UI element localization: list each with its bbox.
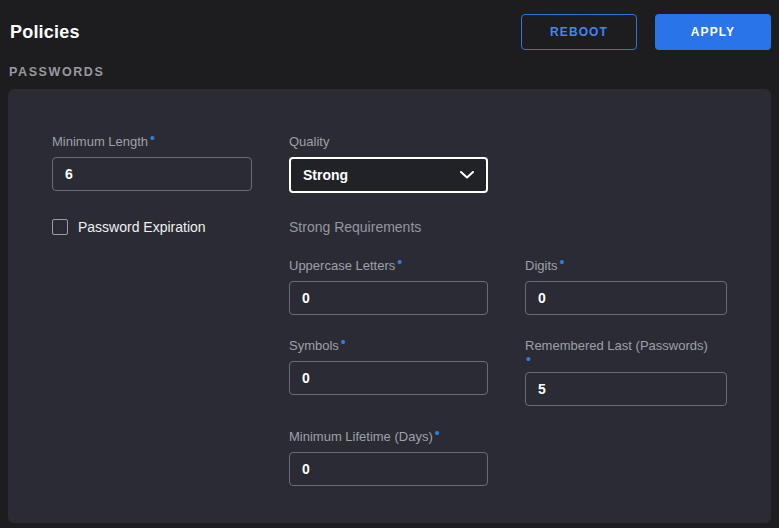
minimum-length-label: Minimum Length• xyxy=(52,134,252,149)
digits-input[interactable] xyxy=(525,281,727,315)
minimum-length-input[interactable] xyxy=(52,157,252,191)
field-minimum-lifetime: Minimum Lifetime (Days)• xyxy=(289,429,488,486)
required-indicator: • xyxy=(526,355,727,364)
passwords-panel: Minimum Length• Quality Strong Password … xyxy=(8,89,771,523)
required-indicator: • xyxy=(435,428,440,438)
quality-select[interactable]: Strong xyxy=(289,157,488,193)
minimum-lifetime-input[interactable] xyxy=(289,452,488,486)
quality-selected-value: Strong xyxy=(303,167,348,183)
digits-label: Digits• xyxy=(525,258,727,273)
passwords-section-label: PASSWORDS xyxy=(0,50,779,79)
password-expiration-checkbox[interactable] xyxy=(52,219,68,235)
required-indicator: • xyxy=(397,257,402,267)
remembered-last-input[interactable] xyxy=(525,372,727,406)
symbols-input[interactable] xyxy=(289,361,488,395)
password-expiration-label: Password Expiration xyxy=(78,219,206,235)
required-indicator: • xyxy=(560,257,565,267)
strong-requirements-heading: Strong Requirements xyxy=(289,219,488,235)
remembered-last-label: Remembered Last (Passwords)• xyxy=(525,338,727,364)
symbols-label: Symbols• xyxy=(289,338,488,353)
minimum-lifetime-label: Minimum Lifetime (Days)• xyxy=(289,429,488,444)
required-indicator: • xyxy=(341,337,346,347)
chevron-down-icon xyxy=(460,171,474,179)
page-title: Policies xyxy=(10,22,521,43)
field-digits: Digits• xyxy=(525,258,727,315)
apply-button[interactable]: APPLY xyxy=(655,14,771,50)
quality-label: Quality xyxy=(289,134,488,149)
uppercase-letters-label: Uppercase Letters• xyxy=(289,258,488,273)
passwords-form: Minimum Length• Quality Strong Password … xyxy=(52,134,771,486)
required-indicator: • xyxy=(150,133,155,143)
reboot-button[interactable]: REBOOT xyxy=(521,14,637,50)
password-expiration-row[interactable]: Password Expiration xyxy=(52,219,252,235)
field-quality: Quality Strong xyxy=(289,134,488,193)
field-symbols: Symbols• xyxy=(289,338,488,395)
field-remembered-last: Remembered Last (Passwords)• xyxy=(525,338,727,406)
field-uppercase-letters: Uppercase Letters• xyxy=(289,258,488,315)
uppercase-letters-input[interactable] xyxy=(289,281,488,315)
field-minimum-length: Minimum Length• xyxy=(52,134,252,191)
page-header: Policies REBOOT APPLY xyxy=(0,0,779,50)
